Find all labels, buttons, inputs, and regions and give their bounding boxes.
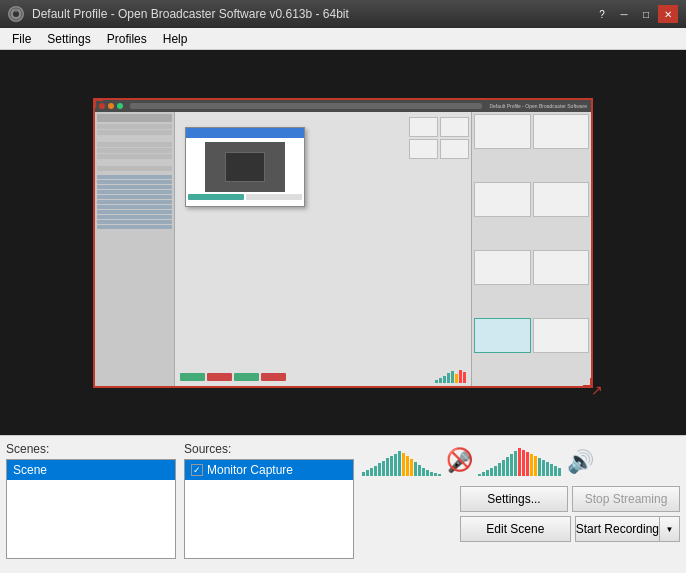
resize-cursor-icon: ↗: [591, 382, 603, 398]
sources-list[interactable]: ✓ Monitor Capture: [184, 459, 354, 559]
ss-left-panel: [95, 112, 175, 386]
ss-right-panel: [471, 112, 591, 386]
stop-streaming-button[interactable]: Stop Streaming: [572, 486, 680, 512]
main-preview-area: Default Profile - Open Broadcaster Softw…: [0, 50, 686, 435]
window-controls: ? ─ □ ✕: [592, 5, 678, 23]
start-recording-split: Start Recording ▼: [575, 516, 680, 542]
preview-container: Default Profile - Open Broadcaster Softw…: [93, 98, 593, 388]
right-controls: 🎤 🚫: [362, 442, 680, 567]
screenshot-top-bar: Default Profile - Open Broadcaster Softw…: [95, 100, 591, 112]
menu-bar: File Settings Profiles Help: [0, 28, 686, 50]
speaker-icon: 🔊: [567, 449, 594, 474]
btn-row-1: Settings... Stop Streaming: [460, 486, 680, 512]
resize-handle-tl: [93, 98, 103, 108]
speaker-icon-area[interactable]: 🔊: [567, 449, 594, 475]
scenes-list[interactable]: Scene: [6, 459, 176, 559]
volume-section: 🎤 🚫: [362, 442, 680, 482]
menu-help[interactable]: Help: [155, 30, 196, 48]
settings-button[interactable]: Settings...: [460, 486, 568, 512]
menu-settings[interactable]: Settings: [39, 30, 98, 48]
scenes-section: Scenes: Scene: [6, 442, 176, 567]
title-bar-left: Default Profile - Open Broadcaster Softw…: [8, 6, 349, 22]
ss-inner-window: [185, 127, 305, 207]
start-recording-dropdown[interactable]: ▼: [660, 516, 680, 542]
ss-main-panel: [175, 112, 471, 386]
sources-section: Sources: ✓ Monitor Capture: [184, 442, 354, 567]
buttons-area: Settings... Stop Streaming Edit Scene St…: [460, 486, 680, 542]
source-item-0[interactable]: ✓ Monitor Capture: [185, 460, 353, 480]
source-name-0: Monitor Capture: [207, 463, 293, 477]
help-button[interactable]: ?: [592, 5, 612, 23]
svg-point-2: [15, 10, 17, 12]
menu-file[interactable]: File: [4, 30, 39, 48]
restore-button[interactable]: □: [636, 5, 656, 23]
menu-profiles[interactable]: Profiles: [99, 30, 155, 48]
minimize-button[interactable]: ─: [614, 5, 634, 23]
screenshot-sim: Default Profile - Open Broadcaster Softw…: [95, 100, 591, 386]
bottom-panel: Scenes: Scene Sources: ✓ Monitor Capture: [0, 435, 686, 573]
start-recording-button[interactable]: Start Recording: [575, 516, 660, 542]
window-title: Default Profile - Open Broadcaster Softw…: [32, 7, 349, 21]
scenes-label: Scenes:: [6, 442, 176, 456]
vol-bars-left: [362, 448, 441, 476]
close-button[interactable]: ✕: [658, 5, 678, 23]
mic-mute-icon: 🚫: [446, 447, 473, 473]
vol-bars-right: [478, 448, 561, 476]
edit-scene-button[interactable]: Edit Scene: [460, 516, 571, 542]
app-icon: [8, 6, 24, 22]
btn-row-2: Edit Scene Start Recording ▼: [460, 516, 680, 542]
sources-label: Sources:: [184, 442, 354, 456]
title-bar: Default Profile - Open Broadcaster Softw…: [0, 0, 686, 28]
source-checkbox-0[interactable]: ✓: [191, 464, 203, 476]
mic-icon-area[interactable]: 🎤 🚫: [447, 450, 472, 474]
scene-item-0[interactable]: Scene: [7, 460, 175, 480]
preview-inner: Default Profile - Open Broadcaster Softw…: [95, 100, 591, 386]
screenshot-content: [95, 112, 591, 386]
